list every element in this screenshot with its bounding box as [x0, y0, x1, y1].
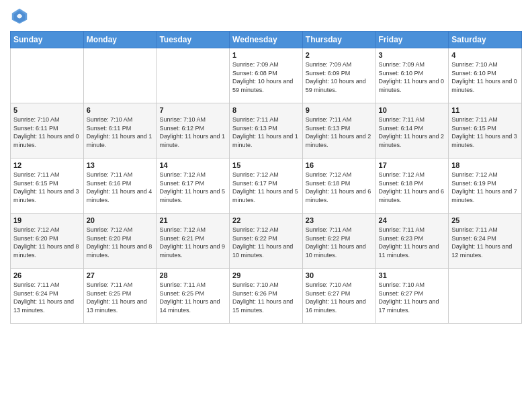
weekday-header-sunday: Sunday — [11, 32, 84, 48]
day-cell-29: 29Sunrise: 7:10 AM Sunset: 6:26 PM Dayli… — [230, 269, 303, 324]
day-number: 24 — [379, 216, 446, 224]
day-cell-3: 3Sunrise: 7:09 AM Sunset: 6:10 PM Daylig… — [375, 48, 449, 103]
day-number: 6 — [87, 106, 154, 114]
day-number: 3 — [379, 51, 446, 59]
empty-cell — [83, 48, 157, 103]
day-cell-7: 7Sunrise: 7:10 AM Sunset: 6:12 PM Daylig… — [157, 103, 230, 158]
day-cell-6: 6Sunrise: 7:10 AM Sunset: 6:11 PM Daylig… — [83, 103, 157, 158]
day-number: 1 — [232, 51, 300, 59]
day-cell-19: 19Sunrise: 7:12 AM Sunset: 6:20 PM Dayli… — [11, 214, 84, 269]
day-number: 12 — [13, 161, 81, 169]
day-info: Sunrise: 7:12 AM Sunset: 6:20 PM Dayligh… — [87, 226, 154, 259]
day-info: Sunrise: 7:09 AM Sunset: 6:08 PM Dayligh… — [232, 60, 300, 94]
logo — [10, 7, 32, 26]
day-info: Sunrise: 7:12 AM Sunset: 6:21 PM Dayligh… — [159, 226, 226, 259]
header — [10, 7, 522, 26]
day-cell-30: 30Sunrise: 7:10 AM Sunset: 6:27 PM Dayli… — [302, 269, 375, 324]
day-cell-28: 28Sunrise: 7:11 AM Sunset: 6:25 PM Dayli… — [157, 269, 230, 324]
day-number: 22 — [232, 216, 300, 224]
day-info: Sunrise: 7:11 AM Sunset: 6:15 PM Dayligh… — [13, 171, 81, 204]
day-info: Sunrise: 7:10 AM Sunset: 6:27 PM Dayligh… — [306, 281, 373, 314]
day-number: 26 — [13, 271, 81, 279]
day-cell-12: 12Sunrise: 7:11 AM Sunset: 6:15 PM Dayli… — [11, 158, 84, 214]
calendar: SundayMondayTuesdayWednesdayThursdayFrid… — [10, 31, 522, 324]
day-info: Sunrise: 7:10 AM Sunset: 6:12 PM Dayligh… — [159, 116, 226, 149]
day-info: Sunrise: 7:11 AM Sunset: 6:16 PM Dayligh… — [87, 171, 154, 204]
day-info: Sunrise: 7:11 AM Sunset: 6:25 PM Dayligh… — [159, 281, 226, 314]
day-cell-26: 26Sunrise: 7:11 AM Sunset: 6:24 PM Dayli… — [11, 269, 84, 324]
day-info: Sunrise: 7:12 AM Sunset: 6:17 PM Dayligh… — [232, 171, 300, 204]
day-number: 21 — [159, 216, 226, 224]
day-info: Sunrise: 7:11 AM Sunset: 6:24 PM Dayligh… — [13, 281, 81, 314]
day-cell-17: 17Sunrise: 7:12 AM Sunset: 6:18 PM Dayli… — [375, 158, 449, 214]
empty-cell — [449, 269, 522, 324]
day-number: 13 — [87, 161, 154, 169]
day-number: 4 — [451, 51, 519, 59]
day-cell-2: 2Sunrise: 7:09 AM Sunset: 6:09 PM Daylig… — [302, 48, 375, 103]
day-cell-15: 15Sunrise: 7:12 AM Sunset: 6:17 PM Dayli… — [230, 158, 303, 214]
day-info: Sunrise: 7:10 AM Sunset: 6:11 PM Dayligh… — [87, 116, 154, 149]
day-number: 16 — [306, 161, 373, 169]
day-info: Sunrise: 7:12 AM Sunset: 6:18 PM Dayligh… — [306, 171, 373, 204]
day-number: 27 — [87, 271, 154, 279]
weekday-header-friday: Friday — [375, 32, 449, 48]
empty-cell — [157, 48, 230, 103]
day-number: 20 — [87, 216, 154, 224]
day-number: 23 — [306, 216, 373, 224]
day-info: Sunrise: 7:09 AM Sunset: 6:09 PM Dayligh… — [306, 60, 373, 94]
weekday-header-row: SundayMondayTuesdayWednesdayThursdayFrid… — [11, 32, 522, 48]
day-cell-10: 10Sunrise: 7:11 AM Sunset: 6:14 PM Dayli… — [375, 103, 449, 158]
weekday-header-tuesday: Tuesday — [157, 32, 230, 48]
day-info: Sunrise: 7:10 AM Sunset: 6:11 PM Dayligh… — [13, 116, 81, 149]
day-info: Sunrise: 7:11 AM Sunset: 6:15 PM Dayligh… — [451, 116, 519, 149]
week-row-1: 1Sunrise: 7:09 AM Sunset: 6:08 PM Daylig… — [11, 48, 522, 103]
day-number: 29 — [232, 271, 300, 279]
day-number: 8 — [232, 106, 300, 114]
weekday-header-thursday: Thursday — [302, 32, 375, 48]
day-number: 2 — [306, 51, 373, 59]
day-cell-27: 27Sunrise: 7:11 AM Sunset: 6:25 PM Dayli… — [83, 269, 157, 324]
day-info: Sunrise: 7:10 AM Sunset: 6:27 PM Dayligh… — [379, 281, 446, 314]
day-info: Sunrise: 7:11 AM Sunset: 6:24 PM Dayligh… — [451, 226, 519, 259]
day-cell-18: 18Sunrise: 7:12 AM Sunset: 6:19 PM Dayli… — [449, 158, 522, 214]
day-info: Sunrise: 7:11 AM Sunset: 6:13 PM Dayligh… — [232, 116, 300, 149]
weekday-header-monday: Monday — [83, 32, 157, 48]
day-cell-1: 1Sunrise: 7:09 AM Sunset: 6:08 PM Daylig… — [230, 48, 303, 103]
week-row-5: 26Sunrise: 7:11 AM Sunset: 6:24 PM Dayli… — [11, 269, 522, 324]
day-number: 18 — [451, 161, 519, 169]
empty-cell — [11, 48, 84, 103]
day-number: 5 — [13, 106, 81, 114]
day-cell-5: 5Sunrise: 7:10 AM Sunset: 6:11 PM Daylig… — [11, 103, 84, 158]
day-number: 31 — [379, 271, 446, 279]
day-number: 17 — [379, 161, 446, 169]
day-info: Sunrise: 7:12 AM Sunset: 6:18 PM Dayligh… — [379, 171, 446, 204]
day-info: Sunrise: 7:11 AM Sunset: 6:25 PM Dayligh… — [87, 281, 154, 314]
day-number: 19 — [13, 216, 81, 224]
day-info: Sunrise: 7:12 AM Sunset: 6:20 PM Dayligh… — [13, 226, 81, 259]
day-cell-21: 21Sunrise: 7:12 AM Sunset: 6:21 PM Dayli… — [157, 214, 230, 269]
day-info: Sunrise: 7:11 AM Sunset: 6:23 PM Dayligh… — [379, 226, 446, 259]
weekday-header-wednesday: Wednesday — [230, 32, 303, 48]
day-number: 10 — [379, 106, 446, 114]
day-info: Sunrise: 7:11 AM Sunset: 6:22 PM Dayligh… — [306, 226, 373, 259]
day-cell-11: 11Sunrise: 7:11 AM Sunset: 6:15 PM Dayli… — [449, 103, 522, 158]
day-cell-9: 9Sunrise: 7:11 AM Sunset: 6:13 PM Daylig… — [302, 103, 375, 158]
day-cell-16: 16Sunrise: 7:12 AM Sunset: 6:18 PM Dayli… — [302, 158, 375, 214]
day-number: 9 — [306, 106, 373, 114]
weekday-header-saturday: Saturday — [449, 32, 522, 48]
week-row-3: 12Sunrise: 7:11 AM Sunset: 6:15 PM Dayli… — [11, 158, 522, 214]
page: SundayMondayTuesdayWednesdayThursdayFrid… — [0, 0, 532, 411]
day-cell-22: 22Sunrise: 7:12 AM Sunset: 6:22 PM Dayli… — [230, 214, 303, 269]
week-row-2: 5Sunrise: 7:10 AM Sunset: 6:11 PM Daylig… — [11, 103, 522, 158]
day-cell-8: 8Sunrise: 7:11 AM Sunset: 6:13 PM Daylig… — [230, 103, 303, 158]
day-info: Sunrise: 7:12 AM Sunset: 6:19 PM Dayligh… — [451, 171, 519, 204]
day-info: Sunrise: 7:12 AM Sunset: 6:17 PM Dayligh… — [159, 171, 226, 204]
day-cell-23: 23Sunrise: 7:11 AM Sunset: 6:22 PM Dayli… — [302, 214, 375, 269]
day-number: 30 — [306, 271, 373, 279]
week-row-4: 19Sunrise: 7:12 AM Sunset: 6:20 PM Dayli… — [11, 214, 522, 269]
day-number: 15 — [232, 161, 300, 169]
day-number: 7 — [159, 106, 226, 114]
day-info: Sunrise: 7:10 AM Sunset: 6:26 PM Dayligh… — [232, 281, 300, 314]
logo-icon — [10, 7, 29, 26]
day-info: Sunrise: 7:11 AM Sunset: 6:13 PM Dayligh… — [306, 116, 373, 149]
